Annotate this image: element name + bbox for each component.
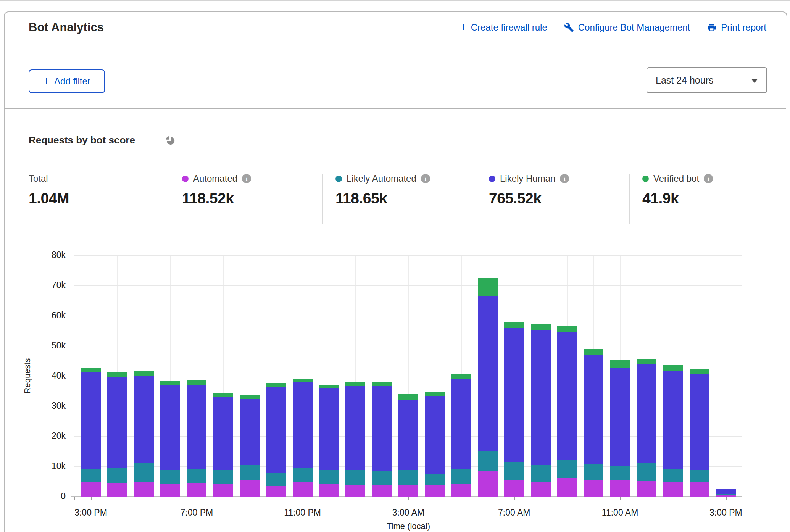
x-tick-mark bbox=[620, 497, 621, 500]
segment-automated bbox=[425, 485, 445, 497]
segment-automated bbox=[584, 480, 603, 497]
bar-9[interactable] bbox=[319, 385, 339, 497]
x-tick-mark bbox=[197, 497, 197, 500]
segment-likely-human bbox=[557, 332, 577, 460]
segment-automated bbox=[81, 482, 101, 497]
bar-20[interactable] bbox=[610, 360, 630, 497]
segment-automated bbox=[531, 482, 551, 497]
x-tick-label: 11:00 AM bbox=[590, 508, 651, 518]
segment-likely-automated bbox=[187, 469, 206, 483]
segment-likely-automated bbox=[504, 462, 524, 480]
info-icon[interactable]: i bbox=[242, 174, 251, 183]
bar-0[interactable] bbox=[81, 368, 101, 497]
segment-likely-human bbox=[531, 330, 551, 465]
segment-likely-automated bbox=[266, 473, 286, 486]
stat-verified-bot-value: 41.9k bbox=[642, 190, 713, 207]
bar-10[interactable] bbox=[345, 382, 365, 497]
bar-17[interactable] bbox=[531, 324, 551, 497]
horizontal-gridline bbox=[74, 346, 742, 346]
stat-divider bbox=[169, 174, 169, 224]
bar-14[interactable] bbox=[451, 374, 471, 497]
automated-dot bbox=[182, 176, 189, 182]
x-tick-label: 7:00 AM bbox=[484, 508, 545, 518]
segment-likely-automated bbox=[716, 494, 736, 495]
bar-12[interactable] bbox=[398, 394, 418, 497]
segment-likely-automated bbox=[398, 470, 418, 485]
bar-8[interactable] bbox=[293, 379, 313, 497]
bar-2[interactable] bbox=[134, 371, 154, 497]
bar-22[interactable] bbox=[663, 365, 683, 497]
segment-automated bbox=[716, 495, 736, 497]
bar-18[interactable] bbox=[557, 326, 577, 497]
create-firewall-rule-label: Create firewall rule bbox=[471, 22, 547, 33]
info-icon[interactable]: i bbox=[704, 174, 713, 183]
configure-bot-management-label: Configure Bot Management bbox=[578, 22, 690, 33]
segment-likely-automated bbox=[478, 451, 498, 472]
segment-automated bbox=[504, 480, 524, 497]
segment-verified-bot bbox=[372, 382, 392, 386]
segment-likely-human bbox=[134, 376, 154, 463]
bar-19[interactable] bbox=[584, 349, 603, 497]
x-tick-mark bbox=[408, 497, 409, 500]
configure-bot-management-link[interactable]: Configure Bot Management bbox=[564, 22, 690, 33]
bar-24[interactable] bbox=[716, 489, 736, 497]
bar-16[interactable] bbox=[504, 322, 524, 497]
segment-likely-automated bbox=[134, 463, 154, 481]
add-filter-button[interactable]: + Add filter bbox=[29, 69, 105, 93]
segment-likely-human bbox=[398, 400, 418, 470]
segment-likely-automated bbox=[240, 465, 260, 480]
segment-likely-human bbox=[663, 371, 683, 469]
bar-5[interactable] bbox=[213, 393, 233, 497]
segment-automated bbox=[134, 482, 154, 497]
axis-origin-tick bbox=[74, 497, 75, 500]
segment-automated bbox=[107, 483, 127, 497]
likely-automated-dot bbox=[335, 176, 342, 182]
segment-verified-bot bbox=[716, 489, 736, 489]
stat-divider bbox=[322, 174, 323, 224]
stat-total-value: 1.04M bbox=[29, 190, 69, 207]
create-firewall-rule-link[interactable]: + Create firewall rule bbox=[460, 22, 547, 33]
segment-likely-automated bbox=[451, 469, 471, 485]
segment-likely-automated bbox=[293, 468, 313, 482]
info-icon[interactable]: i bbox=[421, 174, 430, 183]
info-icon[interactable]: i bbox=[560, 174, 569, 183]
bar-13[interactable] bbox=[425, 392, 445, 497]
y-axis-title: Requests bbox=[23, 358, 32, 394]
segment-likely-human bbox=[107, 377, 127, 468]
stacked-bar-chart bbox=[74, 255, 742, 497]
x-tick-mark bbox=[514, 497, 515, 500]
bar-21[interactable] bbox=[637, 359, 656, 497]
bar-7[interactable] bbox=[266, 383, 286, 497]
segment-verified-bot bbox=[345, 382, 365, 386]
segment-likely-automated bbox=[557, 460, 577, 478]
bar-23[interactable] bbox=[690, 369, 709, 497]
y-tick-label: 20k bbox=[37, 431, 66, 441]
segment-likely-human bbox=[372, 386, 392, 471]
bar-1[interactable] bbox=[107, 372, 127, 497]
segment-verified-bot bbox=[531, 324, 551, 330]
page-title: Bot Analytics bbox=[29, 21, 104, 34]
bar-3[interactable] bbox=[160, 381, 180, 497]
y-tick-label: 70k bbox=[37, 280, 66, 290]
segment-likely-human bbox=[240, 399, 260, 465]
segment-verified-bot bbox=[266, 383, 286, 387]
add-filter-label: Add filter bbox=[54, 76, 90, 87]
segment-automated bbox=[372, 485, 392, 497]
stat-likely-human: Likely Human i 765.52k bbox=[489, 172, 569, 207]
y-tick-label: 40k bbox=[37, 371, 66, 381]
segment-likely-automated bbox=[425, 474, 445, 485]
segment-automated bbox=[293, 482, 313, 497]
printer-icon bbox=[707, 23, 717, 32]
bar-11[interactable] bbox=[372, 382, 392, 497]
stat-likely-human-value: 765.52k bbox=[489, 190, 569, 207]
wrench-icon bbox=[564, 23, 574, 32]
segment-verified-bot bbox=[240, 395, 260, 399]
time-range-dropdown[interactable]: Last 24 hours bbox=[647, 67, 767, 93]
segment-likely-automated bbox=[372, 471, 392, 485]
bar-6[interactable] bbox=[240, 395, 260, 497]
segment-likely-human bbox=[81, 372, 101, 469]
header-divider bbox=[4, 108, 786, 109]
print-report-link[interactable]: Print report bbox=[707, 22, 766, 33]
bar-4[interactable] bbox=[187, 380, 206, 497]
bar-15[interactable] bbox=[478, 278, 498, 497]
